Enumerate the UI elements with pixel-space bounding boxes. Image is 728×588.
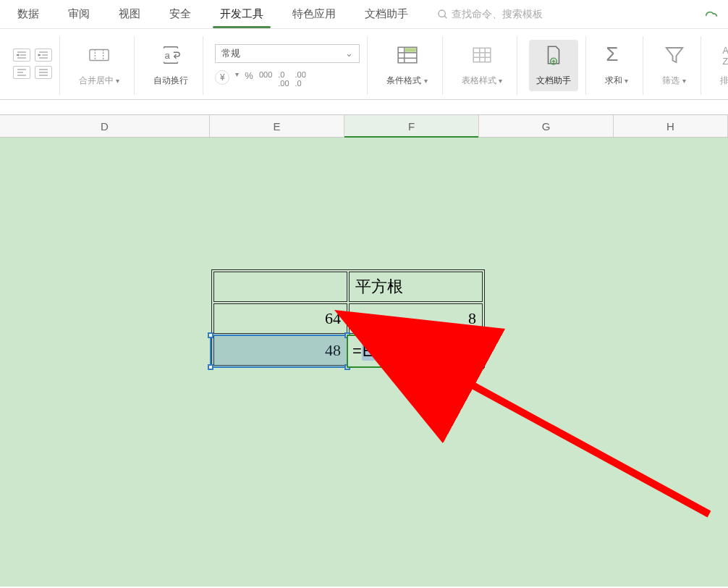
sort-group: AZ 排序 ▾: [706, 36, 728, 95]
conditional-format-icon: [397, 44, 418, 66]
indent-group: [3, 36, 60, 95]
svg-point-0: [439, 10, 445, 17]
autosum-button[interactable]: Σ 求和 ▾: [598, 44, 635, 87]
comma-style-button[interactable]: 000: [259, 70, 272, 88]
table-row: 64 8: [213, 303, 483, 334]
cond-fmt-label: 条件格式 ▾: [386, 75, 427, 87]
doc-helper-label: 文档助手: [536, 75, 571, 87]
sort-label: 排序 ▾: [720, 75, 728, 87]
svg-rect-14: [90, 50, 109, 61]
tab-special[interactable]: 特色应用: [278, 0, 350, 28]
table-style-label: 表格样式 ▾: [462, 75, 502, 87]
table-style-icon: [471, 44, 493, 66]
filter-label: 筛选 ▾: [662, 75, 685, 87]
currency-chevron[interactable]: ▾: [235, 70, 239, 88]
menu-tabs: 数据 审阅 视图 安全 开发工具 特色应用 文档助手 查找命令、搜索模板: [0, 0, 728, 29]
filter-group: 筛选 ▾: [648, 36, 701, 95]
column-header-row: D E F G H: [0, 114, 728, 138]
number-format-dropdown[interactable]: 常规 ⌄: [215, 44, 360, 63]
table-style-group: 表格样式 ▾: [447, 36, 517, 95]
merge-center-button[interactable]: 合并居中 ▾: [72, 44, 127, 87]
merge-group: 合并居中 ▾: [64, 36, 135, 95]
column-header-E[interactable]: E: [210, 115, 344, 137]
doc-helper-group: 文档助手: [522, 36, 586, 95]
column-header-H[interactable]: H: [614, 115, 728, 137]
svg-text:a: a: [165, 50, 171, 61]
cell-grid[interactable]: 平方根 64 8 48 =E19^0.5: [0, 138, 728, 587]
wrap-group: a 自动换行: [139, 36, 203, 95]
tab-security[interactable]: 安全: [155, 0, 206, 28]
cond-fmt-group: 条件格式 ▾: [372, 36, 442, 95]
ribbon-toolbar: 合并居中 ▾ a 自动换行 常规 ⌄ ¥ ▾ % 000 .0.00 .00.0…: [0, 29, 728, 100]
command-search[interactable]: 查找命令、搜索模板: [437, 8, 543, 21]
currency-button[interactable]: ¥: [215, 70, 229, 85]
formula-prefix: =: [352, 342, 362, 361]
svg-text:Z: Z: [722, 56, 728, 67]
align-justify-button[interactable]: [35, 66, 52, 79]
svg-rect-22: [405, 48, 415, 51]
column-header-D[interactable]: D: [0, 115, 210, 137]
svg-rect-23: [473, 48, 491, 62]
format-value: 常规: [221, 47, 240, 60]
header-empty-cell[interactable]: [213, 272, 347, 302]
header-sqrt-cell[interactable]: 平方根: [349, 272, 483, 302]
merge-label: 合并居中 ▾: [79, 75, 119, 87]
doc-helper-button[interactable]: 文档助手: [529, 40, 578, 91]
formula-cell-ref: E19: [362, 342, 391, 361]
wrap-label: 自动换行: [153, 75, 188, 87]
decrease-decimal-button[interactable]: .00.0: [295, 70, 306, 88]
increase-indent-button[interactable]: [35, 49, 52, 62]
funnel-icon: [664, 44, 685, 66]
column-header-F[interactable]: F: [344, 115, 479, 137]
decrease-indent-button[interactable]: [13, 49, 30, 62]
chevron-down-icon: ⌄: [345, 48, 353, 59]
search-icon: [437, 9, 449, 20]
filter-button[interactable]: 筛选 ▾: [655, 44, 693, 87]
conditional-format-button[interactable]: 条件格式 ▾: [379, 44, 434, 87]
tab-review[interactable]: 审阅: [54, 0, 104, 28]
tab-view[interactable]: 视图: [104, 0, 155, 28]
tab-dev-tools[interactable]: 开发工具: [206, 0, 278, 28]
sum-label: 求和 ▾: [605, 75, 628, 87]
increase-decimal-button[interactable]: .0.00: [278, 70, 289, 88]
formula-suffix: ^0.5: [391, 342, 421, 361]
search-placeholder: 查找命令、搜索模板: [452, 8, 543, 21]
tab-data[interactable]: 数据: [3, 0, 54, 28]
result-cell-8[interactable]: 8: [349, 303, 483, 334]
fill-handle[interactable]: [478, 364, 484, 369]
merge-icon: [88, 44, 110, 66]
align-left-button[interactable]: [13, 66, 30, 79]
sort-icon: AZ: [721, 44, 728, 66]
referenced-cell-highlight: [210, 335, 348, 368]
value-cell-64[interactable]: 64: [213, 303, 347, 334]
spreadsheet-area: D E F G H 平方根 64 8 48: [0, 114, 728, 588]
sigma-icon: Σ: [606, 44, 627, 66]
svg-line-1: [444, 16, 446, 18]
column-header-G[interactable]: G: [479, 115, 614, 137]
svg-text:A: A: [722, 46, 728, 56]
sum-group: Σ 求和 ▾: [591, 36, 643, 95]
active-formula-cell[interactable]: =E19^0.5: [347, 335, 483, 368]
doc-helper-icon: [543, 44, 564, 66]
wrap-icon: a: [160, 44, 182, 66]
percent-button[interactable]: %: [245, 70, 253, 88]
sort-button[interactable]: AZ 排序 ▾: [713, 44, 728, 87]
number-format-group: 常规 ⌄ ¥ ▾ % 000 .0.00 .00.0: [208, 36, 368, 95]
cloud-sync-icon[interactable]: [703, 7, 719, 22]
svg-line-32: [449, 372, 709, 514]
table-row: 平方根: [213, 272, 483, 302]
tab-doc-helper[interactable]: 文档助手: [350, 0, 423, 28]
table-style-button[interactable]: 表格样式 ▾: [454, 44, 509, 87]
wrap-text-button[interactable]: a 自动换行: [146, 44, 195, 87]
